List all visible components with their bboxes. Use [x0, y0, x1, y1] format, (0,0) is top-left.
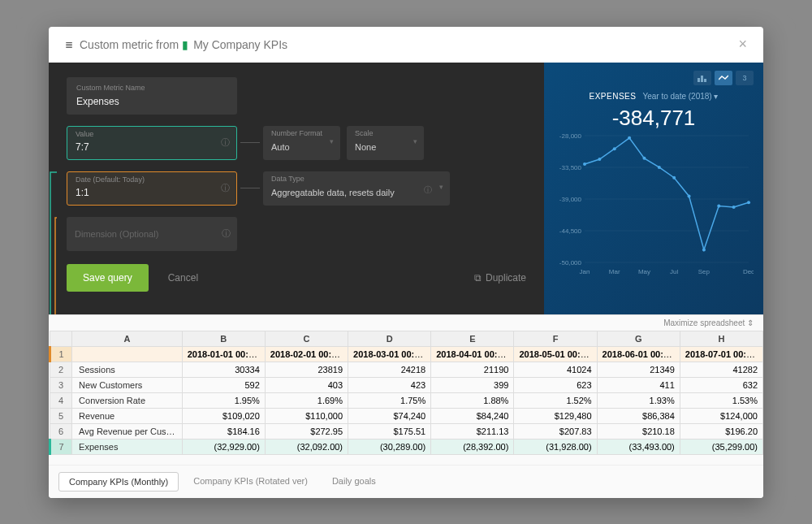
info-icon[interactable]: ⓘ: [221, 182, 230, 194]
connector-line: [240, 142, 260, 143]
svg-point-24: [747, 201, 750, 204]
svg-text:May: May: [638, 268, 650, 275]
svg-point-17: [642, 156, 646, 159]
form-area: Custom Metric Name Expenses Value 7:7 ⓘ …: [49, 63, 544, 314]
metric-name-input[interactable]: Custom Metric Name Expenses: [67, 77, 237, 115]
connector-line: [240, 188, 260, 188]
svg-text:-28,000: -28,000: [559, 132, 582, 140]
doc-name: My Company KPIs: [193, 38, 287, 51]
duplicate-icon: ⧉: [474, 272, 482, 284]
chart-type-number-button[interactable]: 3: [736, 71, 754, 85]
modal-header: ≣ Custom metric from ▮ My Company KPIs ×: [49, 27, 763, 63]
preview-range-select[interactable]: Year to date (2018) ▾: [642, 92, 718, 101]
svg-rect-2: [704, 79, 706, 82]
preview-panel: 3 EXPENSES Year to date (2018) ▾ -384,77…: [544, 63, 763, 314]
svg-point-19: [672, 175, 676, 179]
sheet-tab[interactable]: Daily goals: [322, 472, 386, 492]
chart-type-line-button[interactable]: [715, 71, 732, 85]
date-ref: 1:1: [76, 187, 89, 198]
date-label: Date (Default: Today): [76, 175, 145, 184]
save-query-button[interactable]: Save query: [67, 264, 149, 292]
info-icon[interactable]: ⓘ: [221, 136, 230, 149]
svg-point-14: [598, 158, 601, 161]
value-ref-input[interactable]: Value 7:7 ⓘ: [67, 126, 237, 160]
maximize-spreadsheet-button[interactable]: Maximize spreadsheet ⇕: [663, 318, 754, 327]
sheet-tab[interactable]: Company KPIs (Rotated ver): [184, 472, 317, 492]
info-icon: ⓘ: [424, 184, 432, 196]
chart-type-bar-button[interactable]: [693, 71, 711, 85]
scale-select[interactable]: Scale None ▾: [347, 126, 424, 160]
svg-text:-50,000: -50,000: [559, 259, 582, 266]
custom-metric-modal: ≣ Custom metric from ▮ My Company KPIs ×…: [49, 27, 763, 498]
line-chart-icon: [719, 74, 728, 82]
svg-point-23: [732, 205, 736, 208]
preview-metric-title: EXPENSES: [590, 92, 637, 101]
duplicate-button[interactable]: ⧉ Duplicate: [474, 272, 526, 284]
sheet-tab[interactable]: Company KPIs (Monthly): [58, 472, 179, 492]
spreadsheet-table[interactable]: ABCDEFGH12018-01-01 00:00:02018-02-01 00…: [49, 331, 763, 455]
chevron-down-icon: ▾: [439, 183, 443, 191]
bar-chart-icon: [698, 74, 707, 82]
svg-point-16: [628, 136, 631, 139]
svg-point-15: [613, 147, 616, 150]
close-button[interactable]: ×: [738, 36, 747, 53]
number-format-select[interactable]: Number Format Auto ▾: [263, 126, 340, 160]
value-ref: 7:7: [76, 141, 89, 153]
svg-rect-1: [701, 76, 703, 82]
svg-text:-44,500: -44,500: [559, 227, 582, 235]
value-label: Value: [76, 130, 93, 138]
svg-text:Jan: Jan: [580, 268, 590, 275]
svg-text:Sep: Sep: [698, 268, 710, 275]
dimension-input[interactable]: Dimension (Optional) ⓘ: [67, 217, 237, 251]
metric-name-value: Expenses: [76, 96, 119, 107]
metric-name-label: Custom Metric Name: [76, 84, 227, 92]
svg-text:-39,000: -39,000: [559, 196, 582, 203]
chevron-down-icon: ▾: [413, 137, 417, 145]
svg-point-22: [717, 204, 720, 207]
header-prefix: Custom metric from: [80, 38, 179, 51]
svg-text:Dec: Dec: [743, 268, 754, 275]
sheet-tabs: Company KPIs (Monthly)Company KPIs (Rota…: [49, 465, 763, 498]
sheet-scroll[interactable]: ABCDEFGH12018-01-01 00:00:02018-02-01 00…: [49, 331, 763, 465]
svg-point-18: [658, 165, 661, 168]
sheets-doc-icon: ▮: [182, 38, 188, 51]
date-ref-input[interactable]: Date (Default: Today) 1:1 ⓘ: [67, 171, 237, 206]
svg-rect-0: [698, 78, 700, 82]
cancel-button[interactable]: Cancel: [168, 272, 198, 284]
svg-text:Jul: Jul: [670, 268, 678, 275]
svg-point-20: [688, 194, 691, 197]
svg-text:Mar: Mar: [609, 268, 620, 275]
svg-point-13: [583, 162, 586, 165]
datatype-select[interactable]: Data Type Aggregatable data, resets dail…: [263, 171, 450, 206]
svg-point-21: [702, 248, 706, 251]
chevron-down-icon: ▾: [330, 137, 334, 145]
info-icon[interactable]: ⓘ: [222, 227, 231, 240]
spreadsheet-area: Maximize spreadsheet ⇕ ABCDEFGH12018-01-…: [49, 314, 763, 498]
preview-chart: -28,000-33,500-39,000-44,500-50,000JanMa…: [554, 131, 754, 277]
svg-text:-33,500: -33,500: [559, 164, 582, 171]
metric-icon: ≣: [65, 39, 73, 50]
preview-value: -384,771: [554, 106, 754, 131]
